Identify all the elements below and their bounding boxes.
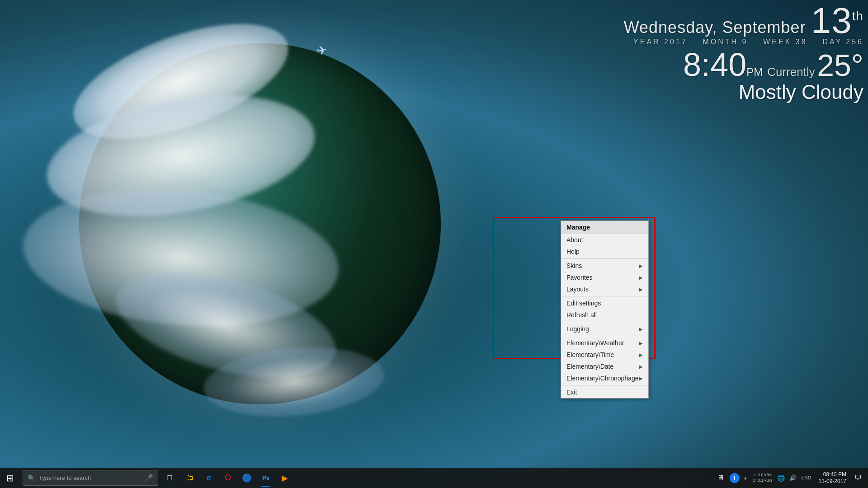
menu-separator-4 (561, 336, 648, 336)
taskbar: ⊞ 🔍 Type here to search 🎤 ❐ 🗂 e O 🔵 Ps (0, 468, 868, 488)
menu-item-help[interactable]: Help (561, 246, 648, 258)
download-speed: D: 0.1 kB/s (753, 478, 773, 483)
taskbar-file-explorer[interactable]: 🗂 (181, 468, 199, 488)
menu-item-elementary-weather[interactable]: Elementary\Weather ▶ (561, 337, 648, 349)
volume-icon[interactable]: 🔊 (788, 468, 798, 488)
currently-label: Currently 25° (767, 50, 863, 80)
taskbar-vlc[interactable]: ▶ (276, 468, 294, 488)
file-explorer-icon: 🗂 (186, 473, 194, 483)
tray-time: 08:40 PM (823, 471, 846, 478)
task-view-button[interactable]: ❐ (160, 468, 179, 488)
context-menu: Manage About Help Skins ▶ Favorites ▶ La… (561, 221, 649, 399)
menu-item-favorites[interactable]: Favorites ▶ (561, 272, 648, 283)
menu-item-about[interactable]: About (561, 234, 648, 246)
menu-separator-2 (561, 296, 648, 296)
day-number: 13th (811, 0, 863, 41)
menu-item-logging[interactable]: Logging ▶ (561, 323, 648, 335)
taskbar-apps: 🗂 e O 🔵 Ps ▶ (181, 468, 294, 488)
skins-arrow: ▶ (639, 263, 643, 268)
elementary-time-arrow: ▶ (639, 352, 643, 357)
vlc-icon: ▶ (282, 473, 288, 483)
search-icon: 🔍 (28, 474, 35, 482)
menu-item-skins[interactable]: Skins ▶ (561, 260, 648, 272)
time-display: 8:40PM (683, 48, 763, 81)
task-view-icon: ❐ (167, 474, 173, 482)
weather-description: Mostly Cloudy (624, 81, 863, 103)
search-area[interactable]: 🔍 Type here to search 🎤 (23, 470, 158, 486)
menu-item-refresh-all[interactable]: Refresh all (561, 309, 648, 321)
elementary-weather-arrow: ▶ (639, 341, 643, 346)
airplane-icon: ✈ (315, 42, 328, 58)
notification-icon: 🗨 (854, 474, 862, 482)
menu-separator-3 (561, 322, 648, 322)
photoshop-icon: Ps (262, 474, 269, 481)
menu-item-edit-settings[interactable]: Edit settings (561, 297, 648, 309)
keyboard-icon[interactable]: ENG (800, 468, 813, 488)
tray-clock[interactable]: 08:40 PM 13-09-2017 (815, 468, 850, 488)
logging-arrow: ▶ (639, 327, 643, 332)
microphone-icon: 🎤 (144, 474, 153, 482)
opera-icon: O (225, 473, 231, 483)
day-name-display: Wednesday, September 13th (624, 5, 863, 37)
edge-icon: e (207, 473, 211, 483)
start-button[interactable]: ⊞ (0, 468, 20, 488)
menu-item-elementary-time[interactable]: Elementary\Time ▶ (561, 349, 648, 361)
clock-widget: Wednesday, September 13th YEAR 2017 MONT… (624, 5, 863, 103)
upload-speed: U: 0.0 kB/s (753, 473, 773, 478)
notification-button[interactable]: 🗨 (852, 468, 864, 488)
taskbar-photoshop[interactable]: Ps (257, 468, 275, 488)
layouts-arrow: ▶ (639, 287, 643, 292)
month-name: September (722, 18, 806, 37)
menu-item-elementary-chronophage[interactable]: Elementary\Chronophage ▶ (561, 372, 648, 384)
network-icon[interactable]: 🌐 (776, 468, 786, 488)
tray-date: 13-09-2017 (819, 478, 846, 484)
desktop-wallpaper: ✈ (23, 9, 497, 438)
time-weather-row: 8:40PM Currently 25° (624, 48, 863, 81)
network-speed-display: U: 0.0 kB/s D: 0.1 kB/s (751, 473, 774, 483)
meta-info: YEAR 2017 MONTH 9 WEEK 38 DAY 256 (624, 38, 863, 46)
favorites-arrow: ▶ (639, 275, 643, 280)
menu-header: Manage (561, 221, 648, 234)
menu-item-elementary-date[interactable]: Elementary\Date ▶ (561, 361, 648, 372)
menu-separator-5 (561, 385, 648, 385)
menu-item-layouts[interactable]: Layouts ▶ (561, 283, 648, 295)
menu-item-exit[interactable]: Exit (561, 386, 648, 398)
start-icon: ⊞ (6, 473, 14, 483)
elementary-date-arrow: ▶ (639, 364, 643, 369)
tray-app1-icon[interactable]: f (730, 473, 740, 483)
search-placeholder: Type here to search (39, 474, 91, 481)
elementary-chronophage-arrow: ▶ (639, 376, 643, 381)
day-name: Wednesday, (624, 18, 717, 37)
system-tray: 🖥 f ▲ U: 0.0 kB/s D: 0.1 kB/s 🌐 🔊 ENG 08… (714, 468, 868, 488)
chrome-icon: 🔵 (242, 473, 252, 483)
taskbar-opera[interactable]: O (219, 468, 237, 488)
taskbar-edge[interactable]: e (200, 468, 218, 488)
tray-monitor-icon[interactable]: 🖥 (714, 472, 727, 484)
weather-info: Currently 25° (767, 50, 863, 80)
temperature-display: 25° (817, 48, 863, 82)
taskbar-chrome[interactable]: 🔵 (238, 468, 256, 488)
tray-expand-button[interactable]: ▲ (742, 475, 749, 480)
menu-separator-1 (561, 258, 648, 259)
